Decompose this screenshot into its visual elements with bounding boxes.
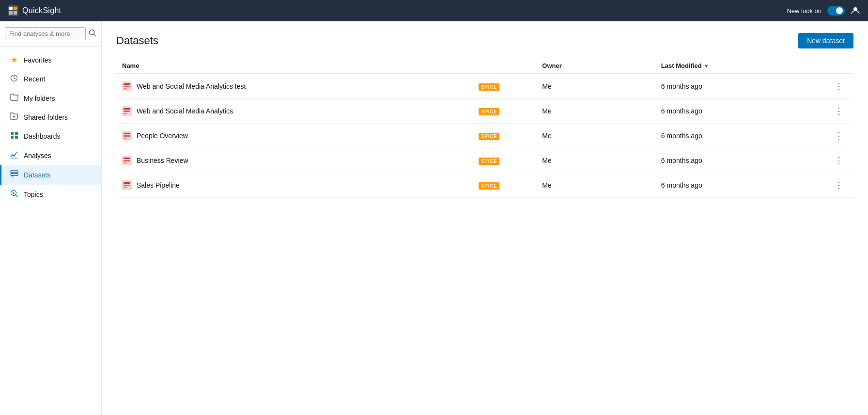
- column-header-spice: [473, 58, 536, 74]
- cell-name: People Overview: [116, 124, 473, 148]
- toggle-thumb: [836, 7, 843, 14]
- user-menu-button[interactable]: [851, 6, 860, 16]
- sidebar-item-datasets[interactable]: Datasets: [0, 165, 101, 185]
- row-actions-button[interactable]: ⋮: [831, 80, 848, 93]
- row-actions-button[interactable]: ⋮: [831, 154, 848, 167]
- table-header: Name Owner Last Modified ▼: [116, 58, 853, 74]
- column-header-name: Name: [116, 58, 473, 74]
- dashboard-icon: [9, 131, 19, 141]
- table-row: Business Review SPICE Me 6 months ago ⋮: [116, 148, 853, 173]
- sidebar-item-label-topics: Topics: [24, 191, 43, 198]
- quicksight-logo-icon: [8, 5, 18, 16]
- search-button[interactable]: [89, 29, 96, 39]
- svg-rect-42: [124, 185, 130, 186]
- svg-rect-37: [124, 158, 130, 159]
- svg-rect-14: [11, 136, 14, 139]
- layout: ★ Favorites Recent: [0, 21, 868, 415]
- sidebar-item-label-my-folders: My folders: [24, 95, 55, 102]
- sidebar-item-label-datasets: Datasets: [24, 171, 50, 179]
- page-header: Datasets New dataset: [116, 33, 853, 48]
- sidebar-item-analyses[interactable]: Analyses: [0, 146, 101, 165]
- svg-rect-38: [124, 160, 130, 161]
- dataset-icon: [9, 170, 19, 180]
- app-title: QuickSight: [22, 6, 61, 15]
- sidebar-item-label-recent: Recent: [24, 75, 45, 83]
- svg-rect-25: [124, 83, 130, 85]
- search-container: [0, 21, 101, 47]
- dataset-name-cell: People Overview: [122, 131, 467, 141]
- svg-rect-18: [11, 174, 18, 176]
- dataset-name: People Overview: [137, 132, 188, 140]
- svg-rect-12: [11, 132, 14, 135]
- search-input[interactable]: [5, 27, 86, 40]
- clock-icon: [9, 74, 19, 84]
- topics-icon: [9, 190, 19, 199]
- analysis-icon: [9, 151, 19, 160]
- row-actions-button[interactable]: ⋮: [831, 129, 848, 142]
- dataset-row-icon: [122, 180, 132, 190]
- new-look-toggle[interactable]: [827, 6, 845, 16]
- topnav-left: QuickSight: [8, 5, 61, 16]
- main-content: Datasets New dataset Name Owner Last Mod…: [102, 21, 868, 415]
- sidebar-item-favorites[interactable]: ★ Favorites: [0, 50, 101, 69]
- svg-rect-13: [15, 132, 18, 135]
- column-header-last-modified[interactable]: Last Modified ▼: [655, 58, 814, 74]
- sidebar-item-shared-folders[interactable]: Shared folders: [0, 108, 101, 127]
- dataset-name-cell: Business Review: [122, 156, 467, 165]
- table-row: Sales Pipeline SPICE Me 6 months ago ⋮: [116, 173, 853, 198]
- new-dataset-button[interactable]: New dataset: [798, 33, 853, 48]
- sidebar-item-topics[interactable]: Topics: [0, 185, 101, 204]
- cell-name: Web and Social Media Analytics: [116, 99, 473, 124]
- sidebar-item-dashboards[interactable]: Dashboards: [0, 127, 101, 146]
- dataset-name-cell: Web and Social Media Analytics: [122, 106, 467, 116]
- topnav-right: New look on: [787, 6, 860, 16]
- cell-actions: ⋮: [814, 74, 853, 99]
- svg-rect-41: [124, 182, 130, 184]
- dataset-name-cell: Sales Pipeline: [122, 180, 467, 190]
- table-body: Web and Social Media Analytics test SPIC…: [116, 74, 853, 198]
- cell-actions: ⋮: [814, 148, 853, 173]
- cell-owner: Me: [536, 124, 655, 148]
- sidebar: ★ Favorites Recent: [0, 21, 102, 415]
- cell-actions: ⋮: [814, 99, 853, 124]
- cell-owner: Me: [536, 99, 655, 124]
- spice-badge: SPICE: [479, 83, 499, 91]
- dataset-row-icon: [122, 156, 132, 165]
- dataset-row-icon: [122, 131, 132, 141]
- svg-rect-34: [124, 135, 130, 137]
- cell-owner: Me: [536, 148, 655, 173]
- svg-rect-19: [11, 176, 14, 177]
- sidebar-item-label-analyses: Analyses: [24, 152, 51, 160]
- shared-folder-icon: [9, 112, 19, 122]
- sidebar-item-recent[interactable]: Recent: [0, 69, 101, 89]
- search-icon: [89, 29, 96, 37]
- svg-rect-3: [9, 11, 13, 15]
- table-row: Web and Social Media Analytics test SPIC…: [116, 74, 853, 99]
- dataset-row-icon: [122, 81, 132, 91]
- nav-items: ★ Favorites Recent: [0, 47, 101, 208]
- cell-last-modified: 6 months ago: [655, 124, 814, 148]
- dataset-name-cell: Web and Social Media Analytics test: [122, 81, 467, 91]
- dataset-name: Web and Social Media Analytics test: [137, 82, 246, 90]
- svg-rect-30: [124, 111, 130, 112]
- svg-rect-4: [14, 11, 17, 15]
- sidebar-item-my-folders[interactable]: My folders: [0, 89, 101, 108]
- svg-rect-35: [124, 138, 127, 139]
- svg-rect-43: [124, 187, 127, 188]
- cell-spice-badge: SPICE: [473, 124, 536, 148]
- cell-name: Business Review: [116, 148, 473, 173]
- svg-rect-27: [124, 88, 127, 89]
- cell-spice-badge: SPICE: [473, 148, 536, 173]
- svg-rect-17: [11, 171, 18, 173]
- cell-actions: ⋮: [814, 124, 853, 148]
- row-actions-button[interactable]: ⋮: [831, 179, 848, 192]
- cell-last-modified: 6 months ago: [655, 173, 814, 198]
- svg-rect-29: [124, 108, 130, 110]
- spice-badge: SPICE: [479, 133, 499, 140]
- table-row: Web and Social Media Analytics SPICE Me …: [116, 99, 853, 124]
- cell-spice-badge: SPICE: [473, 99, 536, 124]
- row-actions-button[interactable]: ⋮: [831, 105, 848, 117]
- svg-rect-31: [124, 113, 127, 114]
- svg-rect-39: [124, 162, 127, 163]
- cell-last-modified: 6 months ago: [655, 74, 814, 99]
